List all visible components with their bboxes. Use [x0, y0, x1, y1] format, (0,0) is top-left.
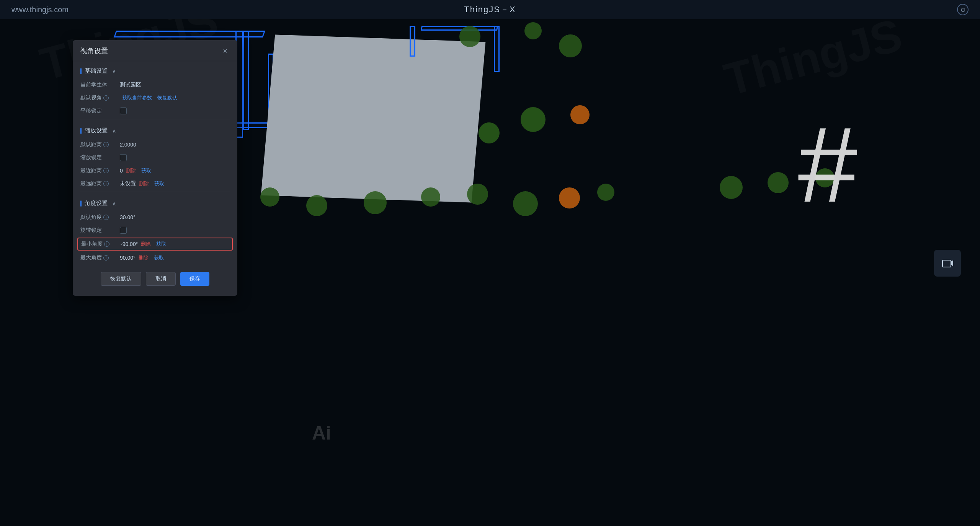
section-zoom-title: 缩放设置: [85, 127, 108, 134]
section-basic-title: 基础设置: [85, 67, 108, 75]
tree-12: [513, 191, 538, 216]
rotation-lock-row: 旋转锁定: [80, 224, 230, 237]
hash-symbol: #: [798, 111, 858, 218]
divider-1: [80, 119, 230, 119]
default-distance-row: 默认距离 i 2.0000: [80, 138, 230, 151]
min-angle-info-icon[interactable]: i: [104, 241, 109, 247]
min-angle-label: 最小角度 i: [81, 241, 118, 248]
tree-13-orange: [559, 187, 580, 208]
section-zoom-collapse[interactable]: ∧: [112, 128, 116, 134]
save-button[interactable]: 保存: [180, 272, 209, 286]
min-angle-value: -90.00°: [121, 241, 138, 247]
restore-default-link[interactable]: 恢复默认: [157, 94, 177, 101]
default-angle-info-icon[interactable]: i: [103, 215, 109, 220]
max-distance-label: 最远距离 i: [80, 180, 117, 187]
min-angle-row: 最小角度 i -90.00° 删除 获取: [77, 238, 233, 251]
get-current-params-link[interactable]: 获取当前参数: [122, 94, 152, 101]
building-structure-3: [243, 31, 249, 130]
max-distance-value: 未设置: [120, 180, 136, 187]
max-angle-info-icon[interactable]: i: [103, 255, 109, 261]
tree-5: [521, 107, 546, 132]
ai-label: Ai: [312, 422, 331, 444]
target-icon[interactable]: ⊙: [957, 4, 969, 15]
max-angle-get-link[interactable]: 获取: [154, 254, 164, 261]
max-angle-label: 最大角度 i: [80, 254, 117, 261]
restore-default-button[interactable]: 恢复默认: [101, 272, 141, 286]
building-outline-right-3: [410, 26, 415, 57]
tree-3: [559, 34, 582, 57]
default-viewpoint-row: 默认视角 i 获取当前参数 恢复默认: [80, 91, 230, 104]
pan-lock-checkbox[interactable]: [120, 107, 127, 114]
min-angle-get-link[interactable]: 获取: [156, 241, 166, 248]
tree-15: [720, 176, 743, 199]
dialog-body: 基础设置 ∧ 当前学生体 测试园区 默认视角 i 获取当前参数 恢复默认 平移锁…: [73, 61, 237, 264]
zoom-lock-row: 缩放锁定: [80, 151, 230, 164]
max-distance-get-link[interactable]: 获取: [154, 180, 164, 187]
camera-button[interactable]: [934, 250, 961, 277]
tree-9: [364, 191, 387, 214]
section-accent-1: [80, 68, 82, 74]
min-distance-get-link[interactable]: 获取: [141, 167, 151, 174]
close-button[interactable]: ×: [220, 46, 230, 55]
max-angle-value: 90.00°: [120, 255, 136, 261]
svg-rect-0: [942, 260, 951, 267]
default-distance-label: 默认距离 i: [80, 141, 117, 148]
tree-14: [597, 184, 614, 201]
current-scene-label: 当前学生体: [80, 81, 117, 88]
tree-1: [459, 26, 480, 47]
min-distance-delete-link[interactable]: 删除: [126, 167, 136, 174]
min-angle-delete-link[interactable]: 删除: [141, 241, 151, 248]
building-top-view: [261, 34, 486, 202]
default-distance-info-icon[interactable]: i: [103, 142, 109, 147]
tree-2: [524, 22, 542, 39]
divider-2: [80, 192, 230, 192]
min-distance-value: 0: [120, 168, 123, 174]
tree-4-orange: [570, 105, 590, 124]
max-angle-row: 最大角度 i 90.00° 删除 获取: [80, 251, 230, 264]
min-distance-label: 最近距离 i: [80, 167, 117, 174]
pan-lock-row: 平移锁定: [80, 104, 230, 117]
section-accent-3: [80, 200, 82, 207]
building-outline-right-1: [421, 26, 498, 31]
default-viewpoint-info-icon[interactable]: i: [103, 95, 109, 101]
section-basic-collapse[interactable]: ∧: [112, 68, 116, 74]
zoom-lock-label: 缩放锁定: [80, 154, 117, 161]
tree-16: [768, 172, 789, 193]
max-distance-delete-link[interactable]: 删除: [139, 180, 149, 187]
tree-11: [467, 184, 488, 205]
section-basic-header: 基础设置 ∧: [80, 61, 230, 78]
min-distance-row: 最近距离 i 0 删除 获取: [80, 164, 230, 177]
default-angle-label: 默认角度 i: [80, 214, 117, 221]
max-distance-info-icon[interactable]: i: [103, 181, 109, 186]
section-accent-2: [80, 128, 82, 134]
current-scene-value: 测试园区: [120, 81, 141, 88]
tree-10: [421, 187, 440, 207]
section-angle-title: 角度设置: [85, 200, 108, 207]
tree-7: [260, 187, 279, 207]
top-bar: www.thingjs.com ThingJS－X ⊙: [0, 0, 980, 19]
settings-dialog: 视角设置 × 基础设置 ∧ 当前学生体 测试园区 默认视角 i 获取当前参数 恢…: [73, 40, 237, 296]
camera-icon: [941, 257, 954, 269]
website-label: www.thingjs.com: [11, 5, 69, 14]
section-angle-collapse[interactable]: ∧: [112, 200, 116, 207]
dialog-footer: 恢复默认 取消 保存: [73, 264, 237, 288]
app-title: ThingJS－X: [464, 4, 516, 15]
default-angle-row: 默认角度 i 30.00°: [80, 211, 230, 224]
pan-lock-label: 平移锁定: [80, 107, 117, 114]
zoom-lock-checkbox[interactable]: [120, 154, 127, 161]
building-structure-4: [235, 122, 270, 128]
default-angle-value: 30.00°: [120, 214, 136, 220]
dialog-title: 视角设置: [80, 46, 108, 55]
rotation-lock-label: 旋转锁定: [80, 227, 117, 234]
section-angle-header: 角度设置 ∧: [80, 194, 230, 211]
min-distance-info-icon[interactable]: i: [103, 168, 109, 173]
tree-8: [306, 195, 327, 216]
rotation-lock-checkbox[interactable]: [120, 227, 127, 234]
dialog-header: 视角设置 ×: [73, 40, 237, 61]
default-viewpoint-label: 默认视角 i: [80, 94, 117, 101]
max-distance-row: 最远距离 i 未设置 删除 获取: [80, 177, 230, 190]
section-zoom-header: 缩放设置 ∧: [80, 121, 230, 138]
max-angle-delete-link[interactable]: 删除: [139, 254, 149, 261]
current-scene-row: 当前学生体 测试园区: [80, 78, 230, 91]
cancel-button[interactable]: 取消: [146, 272, 176, 286]
